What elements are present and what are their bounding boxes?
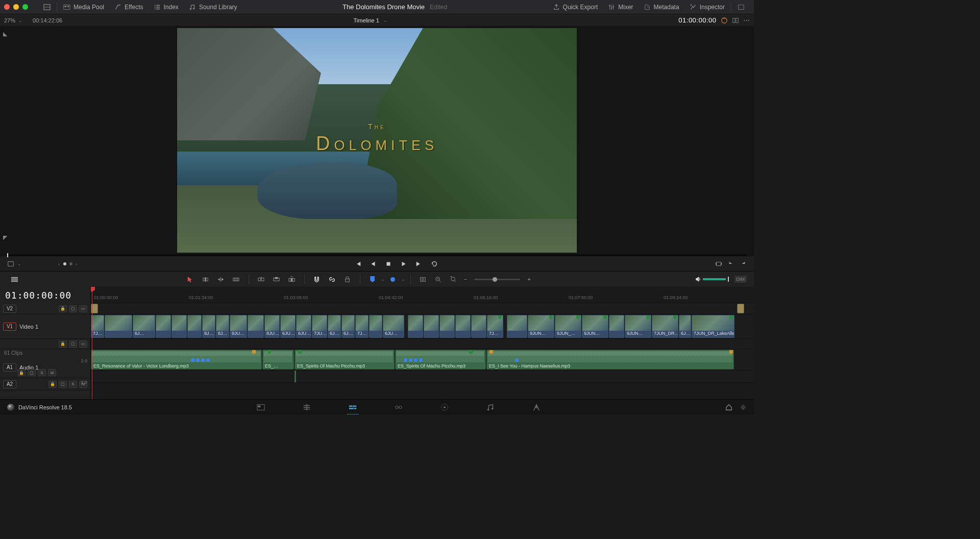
blade-tool-button[interactable] [229, 274, 243, 285]
lock-track-icon[interactable]: 🔒 [17, 369, 26, 376]
track-header-a1[interactable]: A1 Audio 1 2.0 🔒▢SM [0, 357, 90, 378]
video-clip[interactable] [369, 315, 382, 338]
prev-arrow-icon[interactable]: ‹ [58, 261, 60, 267]
snapping-button[interactable] [310, 274, 324, 285]
fairlight-page-tab[interactable] [480, 400, 501, 415]
effects-button[interactable]: Effects [109, 2, 148, 13]
record-timecode[interactable]: 01:00:00:00 [678, 16, 716, 24]
video-clip[interactable]: 8JUN_… [555, 315, 581, 338]
audio-clip-fragment[interactable] [295, 371, 296, 382]
solo-button[interactable]: S [38, 369, 46, 376]
bypass-grades-icon[interactable] [721, 17, 728, 24]
lock-track-icon[interactable]: 🔒 [59, 305, 67, 312]
inspector-button[interactable]: Inspector [684, 2, 730, 13]
video-clip[interactable]: 6J… [328, 315, 341, 338]
auto-select-icon[interactable]: ▢ [69, 305, 77, 312]
stop-button[interactable] [385, 260, 392, 267]
track-header-v2[interactable]: V2 🔒▢▭ [0, 303, 90, 314]
lock-track-icon[interactable]: 🔒 [59, 340, 67, 348]
track-header-v1[interactable]: V1 Video 1 [0, 314, 90, 339]
detail-zoom-button[interactable] [431, 274, 446, 285]
flag-button[interactable] [365, 274, 380, 285]
fusion-page-tab[interactable] [388, 400, 409, 415]
video-clip[interactable] [609, 315, 624, 338]
solo-button[interactable]: S [69, 381, 77, 388]
mixer-button[interactable]: Mixer [603, 2, 638, 13]
video-clip[interactable]: 7JU… [312, 315, 327, 338]
monitor-volume-icon[interactable] [695, 276, 702, 283]
video-clip[interactable] [424, 315, 439, 338]
arm-track-icon[interactable]: ▢ [28, 369, 36, 376]
track-subheader-v1[interactable]: 🔒▢▭ [0, 339, 90, 349]
video-clip[interactable]: 7J… [355, 315, 369, 338]
video-clip[interactable]: 6J… [679, 315, 691, 338]
last-frame-button[interactable] [415, 260, 423, 267]
video-clip[interactable]: 6JU… [296, 315, 311, 338]
quick-export-button[interactable]: Quick Export [548, 2, 603, 13]
full-extent-zoom-button[interactable] [416, 274, 430, 285]
timeline-view-options-button[interactable] [7, 274, 21, 285]
play-button[interactable] [400, 260, 407, 267]
video-clip[interactable] [187, 315, 202, 338]
auto-select-icon[interactable]: ▢ [69, 340, 77, 348]
layout-preset-button[interactable] [38, 2, 56, 13]
timeline-tracks[interactable]: 01:00:00:0001:01:34:0001:03:08:0001:04:4… [91, 287, 754, 399]
dynamic-trim-button[interactable] [214, 274, 228, 285]
deliver-page-tab[interactable] [526, 400, 547, 415]
match-frame-out-icon[interactable]: ◣ [3, 31, 7, 37]
zoom-level[interactable]: 27% [4, 17, 15, 23]
volume-meter[interactable] [703, 278, 733, 280]
chevron-down-icon[interactable]: ⌄ [18, 18, 22, 23]
track-a2[interactable] [91, 371, 754, 383]
source-timecode[interactable]: 00:14:22:06 [33, 17, 62, 23]
video-clip[interactable]: 9J… [202, 315, 215, 338]
replace-clip-button[interactable] [285, 274, 299, 285]
chevron-down-icon[interactable]: ⌄ [17, 261, 21, 266]
edit-page-tab[interactable] [342, 400, 363, 415]
audio-clip[interactable]: ES_Spirits Of Machu Picchu.mp3 [395, 350, 486, 370]
track-tag-a2[interactable]: A2 [3, 380, 16, 388]
chevron-down-icon[interactable]: ⌄ [383, 18, 387, 23]
zoom-out-button[interactable]: − [462, 276, 469, 282]
audio-clip[interactable]: ES_I See You - Hampus Naeselius.mp3 [486, 350, 734, 370]
timeline-name[interactable]: Timeline 1 [354, 17, 379, 23]
track-v2[interactable] [91, 303, 754, 314]
track-tag-v2[interactable]: V2 [3, 305, 16, 313]
index-button[interactable]: Index [149, 2, 184, 13]
audio-clip[interactable]: ES_Spirits Of Machu Picchu.mp3 [295, 350, 395, 370]
mark-out-icon[interactable] [740, 260, 747, 267]
dim-button[interactable]: DIM [734, 276, 747, 283]
media-pool-button[interactable]: Media Pool [58, 2, 109, 13]
track-v1[interactable]: 7J…6J…9J…8J…9JU…8JU…6JU…6JU…7JU…6J…6J…7J… [91, 314, 754, 339]
selection-tool-button[interactable] [183, 274, 198, 285]
disable-track-icon[interactable]: ▭ [79, 340, 87, 348]
video-clip[interactable] [172, 315, 187, 338]
close-window-icon[interactable] [4, 4, 10, 10]
video-clip[interactable]: 6J… [133, 315, 155, 338]
video-clip[interactable] [455, 315, 471, 338]
track-tag-v1[interactable]: V1 [3, 323, 16, 331]
track-header-a2[interactable]: A2 🔒▢SM 2.0 [0, 378, 90, 390]
disable-track-icon[interactable]: ▭ [79, 305, 87, 312]
maximize-window-icon[interactable] [22, 4, 28, 10]
video-clip[interactable] [248, 315, 264, 338]
video-clip[interactable]: 9JUN… [625, 315, 651, 338]
timeline-ruler[interactable]: 01:00:00:0001:01:34:0001:03:08:0001:04:4… [91, 287, 754, 303]
track-tag-a1[interactable]: A1 [3, 363, 16, 372]
video-clip[interactable]: 9JU… [230, 315, 247, 338]
video-clip[interactable] [408, 315, 423, 338]
chevron-down-icon[interactable]: ⌄ [401, 277, 405, 282]
video-clip[interactable]: 8J… [216, 315, 229, 338]
track-a1[interactable]: ES_Resonance of Valor - Victor Lundberg.… [91, 349, 754, 371]
video-clip[interactable]: 7JUN_DR_LakeAlle… [692, 315, 734, 338]
video-clip[interactable]: 8JU… [264, 315, 280, 338]
full-screen-button[interactable] [732, 2, 750, 13]
video-clip[interactable]: 6JU… [280, 315, 296, 338]
track-v1-sub[interactable] [91, 339, 754, 349]
lock-track-icon[interactable]: 🔒 [48, 381, 57, 388]
playhead[interactable] [92, 287, 92, 399]
viewer-scrub-bar[interactable] [7, 254, 747, 256]
audio-clip[interactable]: ES_Resonance of Valor - Victor Lundberg.… [91, 350, 262, 370]
project-manager-icon[interactable] [725, 404, 732, 411]
metadata-button[interactable]: Metadata [639, 2, 684, 13]
